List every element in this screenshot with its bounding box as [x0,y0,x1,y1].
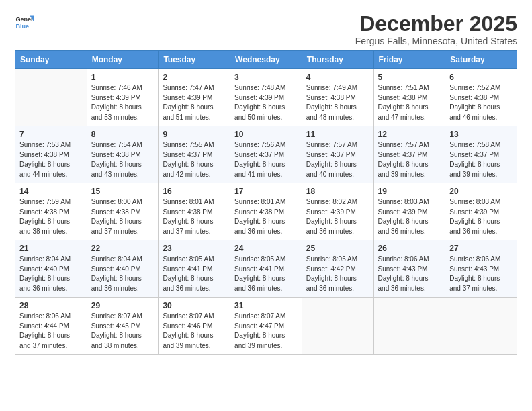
day-number: 20 [449,187,513,196]
calendar-cell [302,298,373,355]
calendar-cell: 28Sunrise: 8:06 AMSunset: 4:44 PMDayligh… [15,298,87,355]
logo: General Blue [15,12,36,31]
calendar-cell [445,298,517,355]
calendar-cell: 14Sunrise: 7:59 AMSunset: 4:38 PMDayligh… [15,183,87,240]
day-info: Sunrise: 8:07 AMSunset: 4:47 PMDaylight:… [234,312,298,351]
col-sunday: Sunday [15,51,87,69]
day-number: 18 [306,187,369,196]
day-info: Sunrise: 8:06 AMSunset: 4:43 PMDaylight:… [449,255,513,293]
day-number: 23 [163,244,226,253]
calendar-body: 1Sunrise: 7:46 AMSunset: 4:39 PMDaylight… [15,69,517,355]
calendar-cell: 18Sunrise: 8:02 AMSunset: 4:39 PMDayligh… [302,183,373,240]
svg-text:Blue: Blue [15,23,29,30]
day-info: Sunrise: 8:06 AMSunset: 4:44 PMDaylight:… [19,312,83,351]
day-info: Sunrise: 8:05 AMSunset: 4:41 PMDaylight:… [163,255,226,293]
col-friday: Friday [373,51,445,69]
calendar-week-1: 7Sunrise: 7:53 AMSunset: 4:38 PMDaylight… [15,126,517,183]
day-info: Sunrise: 7:56 AMSunset: 4:37 PMDaylight:… [234,140,298,179]
day-info: Sunrise: 7:59 AMSunset: 4:38 PMDaylight:… [19,197,83,236]
day-info: Sunrise: 8:01 AMSunset: 4:38 PMDaylight:… [163,197,226,236]
col-wednesday: Wednesday [230,51,302,69]
calendar-cell: 16Sunrise: 8:01 AMSunset: 4:38 PMDayligh… [159,183,230,240]
day-number: 17 [234,187,298,196]
col-thursday: Thursday [302,51,373,69]
calendar-cell: 6Sunrise: 7:52 AMSunset: 4:38 PMDaylight… [445,69,517,126]
day-number: 2 [163,73,226,82]
calendar-cell: 2Sunrise: 7:47 AMSunset: 4:39 PMDaylight… [159,69,230,126]
calendar-cell: 10Sunrise: 7:56 AMSunset: 4:37 PMDayligh… [230,126,302,183]
calendar-cell: 11Sunrise: 7:57 AMSunset: 4:37 PMDayligh… [302,126,373,183]
day-number: 11 [306,130,369,139]
day-number: 3 [234,73,298,82]
day-number: 8 [91,130,154,139]
calendar-cell: 25Sunrise: 8:05 AMSunset: 4:42 PMDayligh… [302,240,373,298]
calendar-week-3: 21Sunrise: 8:04 AMSunset: 4:40 PMDayligh… [15,240,517,298]
day-info: Sunrise: 7:57 AMSunset: 4:37 PMDaylight:… [306,140,369,179]
calendar-cell: 8Sunrise: 7:54 AMSunset: 4:38 PMDaylight… [87,126,159,183]
calendar-cell: 30Sunrise: 8:07 AMSunset: 4:46 PMDayligh… [159,298,230,355]
day-number: 4 [306,73,369,82]
day-info: Sunrise: 8:07 AMSunset: 4:45 PMDaylight:… [91,312,154,351]
calendar-cell: 5Sunrise: 7:51 AMSunset: 4:38 PMDaylight… [373,69,445,126]
day-info: Sunrise: 7:54 AMSunset: 4:38 PMDaylight:… [91,140,154,179]
day-number: 1 [91,73,154,82]
day-number: 22 [91,244,154,253]
calendar-cell: 27Sunrise: 8:06 AMSunset: 4:43 PMDayligh… [445,240,517,298]
col-saturday: Saturday [445,51,517,69]
day-number: 6 [449,73,513,82]
calendar-cell: 26Sunrise: 8:06 AMSunset: 4:43 PMDayligh… [373,240,445,298]
day-number: 24 [234,244,298,253]
page: General Blue December 2025 Fergus Falls,… [0,0,532,411]
calendar-header: Sunday Monday Tuesday Wednesday Thursday… [15,51,517,69]
day-number: 21 [19,244,83,253]
day-number: 19 [378,187,441,196]
day-info: Sunrise: 7:57 AMSunset: 4:37 PMDaylight:… [378,140,441,179]
day-number: 13 [449,130,513,139]
col-tuesday: Tuesday [159,51,230,69]
calendar-cell: 29Sunrise: 8:07 AMSunset: 4:45 PMDayligh… [87,298,159,355]
day-number: 15 [91,187,154,196]
calendar-week-4: 28Sunrise: 8:06 AMSunset: 4:44 PMDayligh… [15,298,517,355]
day-info: Sunrise: 8:03 AMSunset: 4:39 PMDaylight:… [449,197,513,236]
calendar-cell: 19Sunrise: 8:03 AMSunset: 4:39 PMDayligh… [373,183,445,240]
header: General Blue December 2025 Fergus Falls,… [15,12,517,46]
day-number: 31 [234,301,298,310]
day-info: Sunrise: 8:05 AMSunset: 4:42 PMDaylight:… [306,255,369,293]
day-info: Sunrise: 8:05 AMSunset: 4:41 PMDaylight:… [234,255,298,293]
calendar-cell: 12Sunrise: 7:57 AMSunset: 4:37 PMDayligh… [373,126,445,183]
calendar-cell: 17Sunrise: 8:01 AMSunset: 4:38 PMDayligh… [230,183,302,240]
day-info: Sunrise: 8:07 AMSunset: 4:46 PMDaylight:… [163,312,226,351]
title-block: December 2025 Fergus Falls, Minnesota, U… [355,12,517,46]
day-info: Sunrise: 7:58 AMSunset: 4:37 PMDaylight:… [449,140,513,179]
day-number: 5 [378,73,441,82]
day-number: 9 [163,130,226,139]
calendar-cell: 23Sunrise: 8:05 AMSunset: 4:41 PMDayligh… [159,240,230,298]
calendar-cell: 20Sunrise: 8:03 AMSunset: 4:39 PMDayligh… [445,183,517,240]
day-number: 28 [19,301,83,310]
calendar-cell: 24Sunrise: 8:05 AMSunset: 4:41 PMDayligh… [230,240,302,298]
day-number: 26 [378,244,441,253]
day-info: Sunrise: 7:51 AMSunset: 4:38 PMDaylight:… [378,83,441,122]
day-info: Sunrise: 8:04 AMSunset: 4:40 PMDaylight:… [91,255,154,293]
day-number: 29 [91,301,154,310]
day-info: Sunrise: 8:02 AMSunset: 4:39 PMDaylight:… [306,197,369,236]
calendar-cell [15,69,87,126]
day-number: 16 [163,187,226,196]
day-info: Sunrise: 7:52 AMSunset: 4:38 PMDaylight:… [449,83,513,122]
header-row: Sunday Monday Tuesday Wednesday Thursday… [15,51,517,69]
day-info: Sunrise: 7:47 AMSunset: 4:39 PMDaylight:… [163,83,226,122]
calendar-cell: 22Sunrise: 8:04 AMSunset: 4:40 PMDayligh… [87,240,159,298]
calendar-cell [373,298,445,355]
calendar-cell: 9Sunrise: 7:55 AMSunset: 4:37 PMDaylight… [159,126,230,183]
calendar-title: December 2025 [355,12,517,36]
calendar-cell: 3Sunrise: 7:48 AMSunset: 4:39 PMDaylight… [230,69,302,126]
day-info: Sunrise: 7:49 AMSunset: 4:38 PMDaylight:… [306,83,369,122]
day-number: 30 [163,301,226,310]
day-info: Sunrise: 8:01 AMSunset: 4:38 PMDaylight:… [234,197,298,236]
day-info: Sunrise: 8:03 AMSunset: 4:39 PMDaylight:… [378,197,441,236]
day-number: 25 [306,244,369,253]
calendar-cell: 21Sunrise: 8:04 AMSunset: 4:40 PMDayligh… [15,240,87,298]
calendar-week-0: 1Sunrise: 7:46 AMSunset: 4:39 PMDaylight… [15,69,517,126]
calendar-cell: 4Sunrise: 7:49 AMSunset: 4:38 PMDaylight… [302,69,373,126]
day-info: Sunrise: 7:53 AMSunset: 4:38 PMDaylight:… [19,140,83,179]
